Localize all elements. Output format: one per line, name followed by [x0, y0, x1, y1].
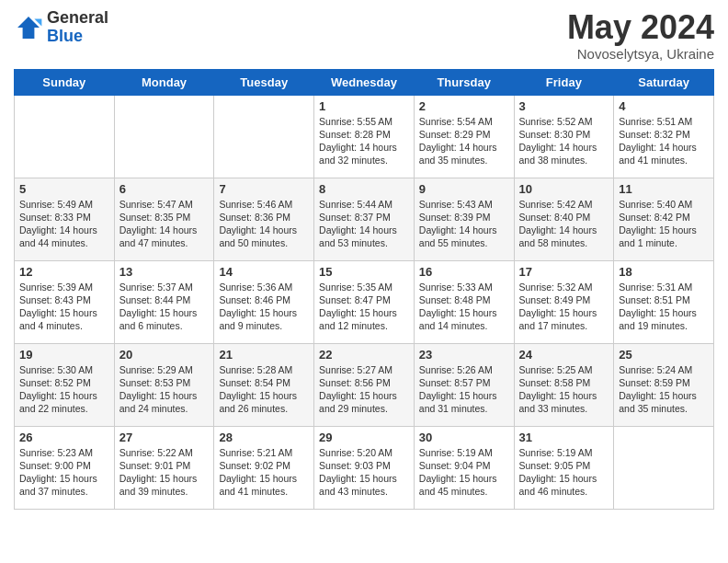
- day-info: Sunrise: 5:35 AM Sunset: 8:47 PM Dayligh…: [319, 281, 409, 333]
- calendar-week-4: 19Sunrise: 5:30 AM Sunset: 8:52 PM Dayli…: [15, 343, 714, 426]
- calendar-cell: 31Sunrise: 5:19 AM Sunset: 9:05 PM Dayli…: [514, 426, 614, 509]
- calendar-cell: 18Sunrise: 5:31 AM Sunset: 8:51 PM Dayli…: [614, 260, 714, 343]
- day-info: Sunrise: 5:29 AM Sunset: 8:53 PM Dayligh…: [119, 363, 210, 416]
- day-info: Sunrise: 5:32 AM Sunset: 8:49 PM Dayligh…: [519, 281, 609, 333]
- logo-icon: [14, 13, 43, 42]
- day-number: 19: [19, 348, 109, 362]
- calendar-cell: 28Sunrise: 5:21 AM Sunset: 9:02 PM Dayli…: [214, 426, 314, 509]
- day-number: 17: [519, 265, 609, 279]
- day-number: 20: [119, 348, 210, 362]
- col-monday: Monday: [114, 69, 214, 95]
- calendar-cell: 14Sunrise: 5:36 AM Sunset: 8:46 PM Dayli…: [214, 260, 314, 343]
- calendar-body: 1Sunrise: 5:55 AM Sunset: 8:28 PM Daylig…: [15, 95, 714, 509]
- day-number: 6: [119, 182, 210, 196]
- col-saturday: Saturday: [614, 69, 714, 95]
- logo-blue-text: Blue: [47, 28, 108, 46]
- calendar-cell: 25Sunrise: 5:24 AM Sunset: 8:59 PM Dayli…: [614, 343, 714, 426]
- calendar-cell: [15, 95, 115, 178]
- day-info: Sunrise: 5:31 AM Sunset: 8:51 PM Dayligh…: [619, 281, 709, 333]
- calendar-cell: 6Sunrise: 5:47 AM Sunset: 8:35 PM Daylig…: [114, 178, 214, 260]
- day-number: 8: [319, 182, 409, 196]
- day-number: 15: [319, 265, 409, 279]
- calendar-cell: 20Sunrise: 5:29 AM Sunset: 8:53 PM Dayli…: [114, 343, 214, 426]
- day-number: 10: [519, 182, 609, 196]
- calendar-location: Novoselytsya, Ukraine: [567, 46, 714, 62]
- day-number: 18: [619, 265, 709, 279]
- calendar-cell: 3Sunrise: 5:52 AM Sunset: 8:30 PM Daylig…: [514, 95, 614, 178]
- day-number: 11: [619, 182, 709, 196]
- header-row: Sunday Monday Tuesday Wednesday Thursday…: [15, 69, 714, 95]
- calendar-title: May 2024: [567, 9, 714, 46]
- day-info: Sunrise: 5:19 AM Sunset: 9:04 PM Dayligh…: [419, 446, 509, 499]
- calendar-week-1: 1Sunrise: 5:55 AM Sunset: 8:28 PM Daylig…: [15, 95, 714, 178]
- col-friday: Friday: [514, 69, 614, 95]
- day-number: 5: [19, 182, 109, 196]
- calendar-cell: 27Sunrise: 5:22 AM Sunset: 9:01 PM Dayli…: [114, 426, 214, 509]
- calendar-cell: [214, 95, 314, 178]
- calendar-page: General Blue May 2024 Novoselytsya, Ukra…: [0, 0, 728, 523]
- header: General Blue May 2024 Novoselytsya, Ukra…: [14, 9, 714, 62]
- calendar-cell: 15Sunrise: 5:35 AM Sunset: 8:47 PM Dayli…: [314, 260, 415, 343]
- calendar-week-2: 5Sunrise: 5:49 AM Sunset: 8:33 PM Daylig…: [15, 178, 714, 260]
- day-info: Sunrise: 5:49 AM Sunset: 8:33 PM Dayligh…: [19, 198, 109, 250]
- day-number: 30: [419, 431, 509, 444]
- day-info: Sunrise: 5:36 AM Sunset: 8:46 PM Dayligh…: [219, 281, 309, 333]
- col-sunday: Sunday: [15, 69, 115, 95]
- calendar-cell: 4Sunrise: 5:51 AM Sunset: 8:32 PM Daylig…: [614, 95, 714, 178]
- calendar-cell: 29Sunrise: 5:20 AM Sunset: 9:03 PM Dayli…: [314, 426, 415, 509]
- day-info: Sunrise: 5:28 AM Sunset: 8:54 PM Dayligh…: [219, 363, 309, 416]
- calendar-week-3: 12Sunrise: 5:39 AM Sunset: 8:43 PM Dayli…: [15, 260, 714, 343]
- day-info: Sunrise: 5:27 AM Sunset: 8:56 PM Dayligh…: [319, 363, 409, 416]
- calendar-table: Sunday Monday Tuesday Wednesday Thursday…: [14, 69, 714, 510]
- calendar-cell: 13Sunrise: 5:37 AM Sunset: 8:44 PM Dayli…: [114, 260, 214, 343]
- day-number: 12: [19, 265, 109, 279]
- calendar-cell: 16Sunrise: 5:33 AM Sunset: 8:48 PM Dayli…: [414, 260, 514, 343]
- day-number: 1: [319, 99, 409, 113]
- day-info: Sunrise: 5:30 AM Sunset: 8:52 PM Dayligh…: [19, 363, 109, 416]
- calendar-cell: 9Sunrise: 5:43 AM Sunset: 8:39 PM Daylig…: [414, 178, 514, 260]
- calendar-cell: 30Sunrise: 5:19 AM Sunset: 9:04 PM Dayli…: [414, 426, 514, 509]
- day-info: Sunrise: 5:55 AM Sunset: 8:28 PM Dayligh…: [319, 115, 409, 167]
- day-info: Sunrise: 5:40 AM Sunset: 8:42 PM Dayligh…: [619, 198, 709, 250]
- calendar-week-5: 26Sunrise: 5:23 AM Sunset: 9:00 PM Dayli…: [15, 426, 714, 509]
- calendar-cell: [114, 95, 214, 178]
- day-info: Sunrise: 5:47 AM Sunset: 8:35 PM Dayligh…: [119, 198, 210, 250]
- day-info: Sunrise: 5:52 AM Sunset: 8:30 PM Dayligh…: [519, 115, 609, 167]
- day-info: Sunrise: 5:21 AM Sunset: 9:02 PM Dayligh…: [219, 446, 309, 499]
- day-info: Sunrise: 5:37 AM Sunset: 8:44 PM Dayligh…: [119, 281, 210, 333]
- calendar-cell: 12Sunrise: 5:39 AM Sunset: 8:43 PM Dayli…: [15, 260, 115, 343]
- day-number: 24: [519, 348, 609, 362]
- day-info: Sunrise: 5:43 AM Sunset: 8:39 PM Dayligh…: [419, 198, 509, 250]
- logo-text: General Blue: [47, 9, 108, 46]
- day-number: 29: [319, 431, 409, 444]
- calendar-cell: 17Sunrise: 5:32 AM Sunset: 8:49 PM Dayli…: [514, 260, 614, 343]
- day-number: 14: [219, 265, 309, 279]
- title-block: May 2024 Novoselytsya, Ukraine: [567, 9, 714, 62]
- day-number: 21: [219, 348, 309, 362]
- day-number: 31: [519, 431, 609, 444]
- day-number: 16: [419, 265, 509, 279]
- day-info: Sunrise: 5:54 AM Sunset: 8:29 PM Dayligh…: [419, 115, 509, 167]
- calendar-cell: 5Sunrise: 5:49 AM Sunset: 8:33 PM Daylig…: [15, 178, 115, 260]
- col-tuesday: Tuesday: [214, 69, 314, 95]
- day-number: 7: [219, 182, 309, 196]
- day-info: Sunrise: 5:26 AM Sunset: 8:57 PM Dayligh…: [419, 363, 509, 416]
- day-info: Sunrise: 5:25 AM Sunset: 8:58 PM Dayligh…: [519, 363, 609, 416]
- calendar-cell: 11Sunrise: 5:40 AM Sunset: 8:42 PM Dayli…: [614, 178, 714, 260]
- calendar-cell: 24Sunrise: 5:25 AM Sunset: 8:58 PM Dayli…: [514, 343, 614, 426]
- day-info: Sunrise: 5:33 AM Sunset: 8:48 PM Dayligh…: [419, 281, 509, 333]
- day-info: Sunrise: 5:20 AM Sunset: 9:03 PM Dayligh…: [319, 446, 409, 499]
- calendar-cell: 23Sunrise: 5:26 AM Sunset: 8:57 PM Dayli…: [414, 343, 514, 426]
- calendar-cell: 10Sunrise: 5:42 AM Sunset: 8:40 PM Dayli…: [514, 178, 614, 260]
- day-number: 13: [119, 265, 210, 279]
- calendar-cell: 8Sunrise: 5:44 AM Sunset: 8:37 PM Daylig…: [314, 178, 415, 260]
- day-number: 26: [19, 431, 109, 444]
- day-info: Sunrise: 5:22 AM Sunset: 9:01 PM Dayligh…: [119, 446, 210, 499]
- day-info: Sunrise: 5:44 AM Sunset: 8:37 PM Dayligh…: [319, 198, 409, 250]
- calendar-cell: [614, 426, 714, 509]
- calendar-cell: 26Sunrise: 5:23 AM Sunset: 9:00 PM Dayli…: [15, 426, 115, 509]
- day-number: 3: [519, 99, 609, 113]
- calendar-cell: 1Sunrise: 5:55 AM Sunset: 8:28 PM Daylig…: [314, 95, 415, 178]
- day-number: 25: [619, 348, 709, 362]
- calendar-cell: 7Sunrise: 5:46 AM Sunset: 8:36 PM Daylig…: [214, 178, 314, 260]
